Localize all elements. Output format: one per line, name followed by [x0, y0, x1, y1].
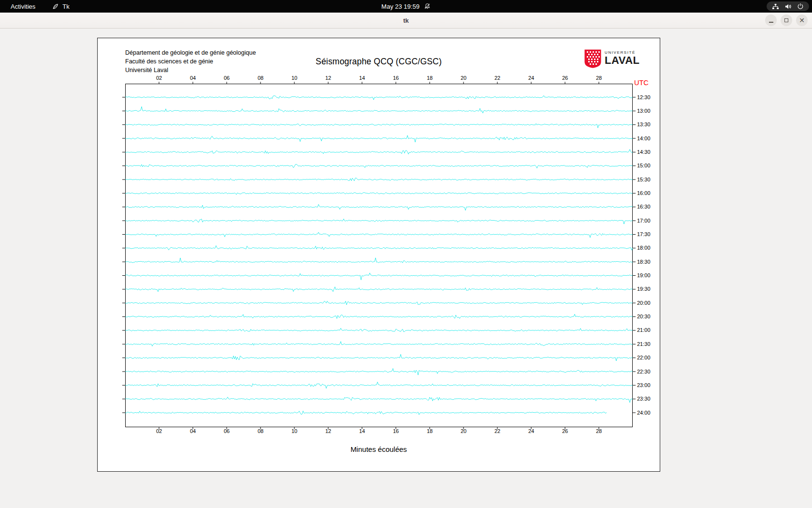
time-label: 14:30	[637, 149, 651, 155]
volume-icon	[784, 3, 792, 10]
x-tick-label: 28	[596, 75, 602, 81]
time-label: 18:30	[637, 259, 651, 265]
x-tick-label: 08	[258, 75, 263, 81]
time-label: 15:00	[637, 163, 651, 168]
x-tick-label: 16	[393, 75, 399, 81]
x-tick-label: 14	[359, 75, 365, 81]
time-label: 18:00	[637, 245, 651, 251]
seismogram-plot	[125, 84, 633, 427]
time-label: 17:00	[637, 218, 651, 224]
time-label: 21:30	[637, 341, 651, 347]
x-tick-label: 22	[494, 75, 500, 81]
seismograph-panel: Département de géologie et de génie géol…	[97, 38, 660, 472]
time-label: 17:30	[637, 231, 651, 237]
clock-label: May 23 19:59	[381, 3, 420, 10]
close-icon: ✕	[799, 17, 805, 24]
institution-line-3: Université Laval	[125, 66, 256, 75]
clock-menu[interactable]: May 23 19:59	[381, 3, 431, 10]
activities-button[interactable]: Activities	[7, 1, 39, 12]
maximize-icon	[784, 18, 788, 22]
x-tick-label: 12	[325, 75, 331, 81]
time-label: 19:00	[637, 272, 651, 278]
x-tick-label: 02	[156, 75, 162, 81]
time-label: 20:30	[637, 314, 651, 319]
time-label: 15:30	[637, 177, 651, 182]
minimize-icon	[769, 22, 773, 23]
institution-line-1: Département de géologie et de génie géol…	[125, 48, 256, 57]
close-button[interactable]: ✕	[796, 15, 808, 26]
time-label: 13:00	[637, 108, 651, 114]
tk-app-icon	[52, 3, 59, 10]
x-tick-label: 26	[562, 75, 568, 81]
time-label: 16:30	[637, 204, 651, 209]
screen: Activities Tk May 23 19:59	[0, 0, 812, 508]
time-label: 21:00	[637, 327, 651, 333]
time-label: 12:30	[637, 94, 651, 100]
utc-label: UTC	[634, 79, 649, 87]
time-label: 23:00	[637, 382, 651, 388]
time-label: 14:00	[637, 135, 651, 141]
page-title: Séismographe QCQ (CGC/GSC)	[98, 57, 660, 67]
x-tick-label: 18	[427, 75, 433, 81]
time-label: 13:30	[637, 121, 651, 127]
gnome-top-bar: Activities Tk May 23 19:59	[0, 0, 812, 13]
network-icon	[772, 3, 779, 10]
x-tick-label: 04	[190, 75, 196, 81]
time-label: 23:30	[637, 396, 651, 402]
x-tick-label: 24	[528, 75, 534, 81]
laval-logo: UNIVERSITÉ LAVAL	[584, 49, 640, 71]
x-tick-label: 20	[461, 75, 466, 81]
time-label: 16:00	[637, 190, 651, 196]
x-axis-label: Minutes écoulées	[98, 445, 660, 453]
time-label: 22:30	[637, 369, 651, 374]
time-label: 19:30	[637, 286, 651, 292]
app-menu[interactable]: Tk	[52, 3, 69, 10]
time-label: 22:00	[637, 355, 651, 360]
laval-shield-icon	[584, 49, 602, 71]
window-title: tk	[403, 17, 409, 24]
window-title-bar: tk ✕	[0, 13, 812, 29]
x-tick-label: 10	[291, 75, 297, 81]
power-icon	[797, 3, 804, 10]
logo-laval-text: LAVAL	[605, 55, 640, 66]
maximize-button[interactable]	[781, 15, 792, 26]
minimize-button[interactable]	[765, 15, 777, 26]
x-tick-label: 06	[224, 75, 230, 81]
time-label: 20:00	[637, 300, 651, 306]
app-menu-label: Tk	[62, 3, 69, 10]
notifications-disabled-icon	[424, 3, 431, 10]
time-label: 24:00	[637, 410, 651, 416]
system-tray[interactable]	[767, 1, 809, 11]
